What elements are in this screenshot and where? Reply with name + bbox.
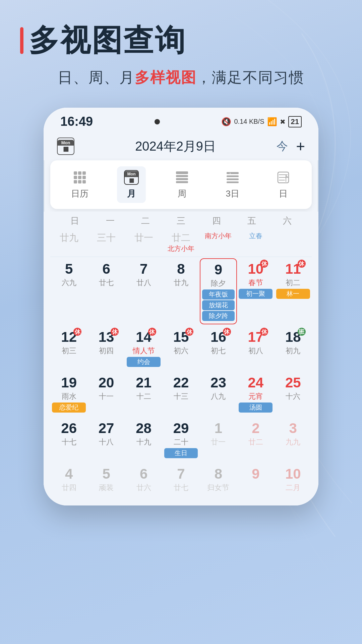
cal-day-mar3[interactable]: 3 九九 [275, 418, 312, 461]
volume-icon: 🔇 [221, 117, 231, 126]
svg-rect-3 [74, 176, 77, 179]
cal-day-mar7[interactable]: 7 廿七 [162, 463, 199, 497]
cal-day-mar6[interactable]: 6 廿六 [125, 463, 162, 497]
svg-rect-9 [176, 171, 188, 174]
cal-day-6[interactable]: 6 廿七 [87, 258, 125, 324]
camera-dot [155, 119, 160, 124]
subtitle-highlight: 多样视图 [135, 69, 196, 86]
svg-rect-2 [82, 171, 86, 175]
weekday-mon: 一 [93, 213, 128, 229]
svg-text:3: 3 [229, 172, 231, 175]
week-headers: 日 一 二 三 四 五 六 [50, 212, 312, 229]
cal-day-19[interactable]: 19 雨水 恋爱纪 [50, 372, 87, 416]
svg-rect-7 [78, 180, 81, 183]
weekday-fri: 五 [234, 213, 270, 229]
weekday-tue: 二 [128, 213, 163, 229]
cal-day-25[interactable]: 25 十六 [275, 372, 312, 416]
cal-day-23[interactable]: 23 八九 [200, 372, 237, 416]
calendar-title[interactable]: 2024年2月9日 [74, 138, 277, 155]
cal-day-26[interactable]: 26 十七 [50, 418, 87, 461]
view-day[interactable]: 日 [269, 166, 298, 203]
cal-day-mar4[interactable]: 4 廿四 [50, 463, 87, 497]
calendar-row-5: 4 廿四 5 顽装 6 廿六 7 廿七 8 归女节 [50, 463, 312, 497]
calendar-row-3: 19 雨水 恋爱纪 20 十一 21 十二 22 十三 23 八九 [50, 372, 312, 416]
cal-day-18[interactable]: 18 班 初九 [275, 326, 312, 370]
app-header: Mon ▦ 2024年2月9日 今 + [44, 132, 318, 160]
view-calendar[interactable]: 日历 [64, 166, 95, 203]
cal-day-27[interactable]: 27 十八 [87, 418, 125, 461]
calendar-row-2: 12 休 初三 13 休 初四 14 休 情人节 约会 [50, 326, 312, 370]
cal-day-7[interactable]: 7 廿八 [125, 258, 162, 324]
cal-day-10[interactable]: 10 休 春节 初一聚 [237, 258, 274, 324]
calendar-row-4: 26 十七 27 十八 28 十九 29 二十 生日 1 廿一 [50, 418, 312, 461]
cal-day-28[interactable]: 28 十九 [125, 418, 162, 461]
cal-day-mar1[interactable]: 1 廿一 [200, 418, 237, 461]
header-left: Mon ▦ [57, 138, 74, 155]
partial-cell [275, 230, 312, 255]
svg-rect-5 [82, 176, 86, 179]
view-month[interactable]: Mon ▦ 月 [117, 166, 146, 203]
cal-day-8[interactable]: 8 廿九 [162, 258, 199, 324]
view-three-day-label: 3日 [226, 188, 239, 200]
cal-day-9-today[interactable]: 9 除夕 年夜饭 放烟花 除夕跨 [200, 258, 237, 324]
svg-rect-0 [74, 171, 77, 175]
partial-cell: 立春 [237, 230, 274, 255]
weekday-sat: 六 [269, 213, 305, 229]
phone-mockup: 16:49 🔇 0.14 KB/S 📶 ✖ 21 Mon ▦ 2024年2月9日… [44, 108, 318, 505]
view-three-day[interactable]: 3 3日 [218, 166, 247, 203]
cal-day-14[interactable]: 14 休 情人节 约会 [125, 326, 162, 370]
battery-indicator: 21 [288, 116, 302, 127]
cal-day-mar5[interactable]: 5 顽装 [87, 463, 125, 497]
calendar-grid-icon [72, 170, 87, 185]
view-month-label: 月 [127, 188, 136, 200]
cal-day-24[interactable]: 24 元宵 汤圆 [237, 372, 274, 416]
svg-rect-8 [82, 180, 86, 183]
title-row: 多视图查询 [20, 20, 342, 61]
partial-top-row: 廿九 三十 廿一 廿二 北方小年 南方小年 立春 [50, 229, 312, 257]
partial-cell: 三十 [87, 230, 125, 255]
cal-day-13[interactable]: 13 休 初四 [87, 326, 125, 370]
subtitle-suffix: ，满足不同习惯 [196, 69, 304, 86]
status-bar: 16:49 🔇 0.14 KB/S 📶 ✖ 21 [44, 108, 318, 132]
cal-day-12[interactable]: 12 休 初三 [50, 326, 87, 370]
cal-day-22[interactable]: 22 十三 [162, 372, 199, 416]
cal-day-15[interactable]: 15 休 初六 [162, 326, 199, 370]
partial-cell: 廿二 北方小年 [162, 230, 199, 255]
cal-day-11[interactable]: 11 休 初二 林一 [275, 258, 312, 324]
partial-cell: 廿一 [125, 230, 162, 255]
signal-icon: ✖ [280, 118, 286, 126]
svg-rect-13 [227, 172, 239, 174]
cal-day-16[interactable]: 16 休 初七 [200, 326, 237, 370]
cal-day-mar2[interactable]: 2 廿二 [237, 418, 274, 461]
svg-rect-11 [176, 178, 188, 180]
month-icon: Mon ▦ [124, 170, 139, 185]
partial-cell: 廿九 [50, 230, 87, 255]
calendar-body: 日 一 二 三 四 五 六 廿九 三十 廿一 廿二 北方小年 南方小年 [44, 212, 318, 505]
mon-icon[interactable]: Mon ▦ [57, 138, 74, 155]
add-event-button[interactable]: + [296, 139, 305, 154]
cal-day-mar8[interactable]: 8 归女节 [200, 463, 237, 497]
week-icon [174, 170, 190, 185]
cal-day-21[interactable]: 21 十二 [125, 372, 162, 416]
cal-day-17[interactable]: 17 休 初八 [237, 326, 274, 370]
cal-day-20[interactable]: 20 十一 [87, 372, 125, 416]
svg-rect-10 [176, 175, 188, 177]
view-week-label: 周 [178, 188, 186, 200]
wifi-icon: 📶 [267, 117, 277, 126]
subtitle-prefix: 日、周、月 [58, 69, 135, 86]
view-week[interactable]: 周 [168, 166, 196, 203]
svg-rect-4 [78, 176, 81, 179]
cal-day-mar10[interactable]: 10 二月 [275, 463, 312, 497]
partial-cell: 南方小年 [200, 230, 237, 255]
view-calendar-label: 日历 [71, 188, 88, 200]
calendar-row-1: 5 六九 6 廿七 7 廿八 8 廿九 9 除夕 年夜 [50, 258, 312, 324]
cal-day-5[interactable]: 5 六九 [50, 258, 87, 324]
cal-day-mar9[interactable]: 9 [237, 463, 274, 497]
weekday-thu: 四 [199, 213, 234, 229]
day-icon [276, 170, 291, 185]
today-button[interactable]: 今 [277, 139, 288, 154]
svg-rect-14 [227, 175, 239, 177]
cal-day-29[interactable]: 29 二十 生日 [162, 418, 199, 461]
svg-rect-6 [74, 180, 77, 183]
header-right: 今 + [277, 139, 305, 154]
